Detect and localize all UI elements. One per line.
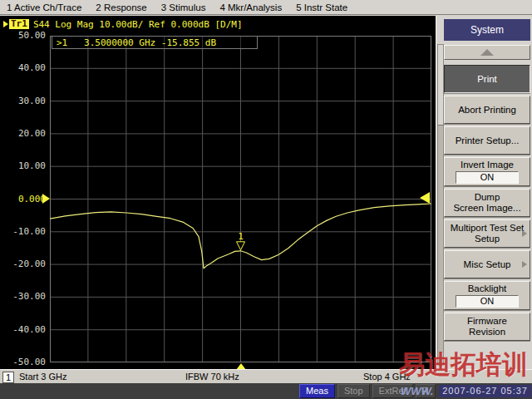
menu-item-5-instr-state[interactable]: 5 Instr State bbox=[296, 2, 347, 12]
softkey-print[interactable]: Print bbox=[444, 65, 530, 93]
softkey-label: Firmware bbox=[467, 316, 507, 327]
softkey-list: PrintAbort PrintingPrinter Setup...Inver… bbox=[444, 65, 530, 343]
network-analyzer-ui: 1 Active Ch/Trace2 Response3 Stimulus4 M… bbox=[0, 0, 532, 399]
softkey-misc-setup[interactable]: Misc Setup bbox=[444, 250, 530, 278]
marker-1-label: 1 bbox=[238, 231, 244, 242]
softkey-value: ON bbox=[456, 295, 519, 308]
softkey-label: Print bbox=[477, 74, 497, 85]
y-axis-label: 30.00 bbox=[0, 96, 46, 106]
menu-item-4-mkr-analysis[interactable]: 4 Mkr/Analysis bbox=[219, 2, 282, 12]
channel-number-badge: 1 bbox=[2, 372, 14, 383]
softkey-firmware[interactable]: FirmwareRevision bbox=[444, 313, 530, 341]
y-axis-label: -50.00 bbox=[0, 357, 46, 367]
plot-svg: 1 bbox=[50, 36, 431, 362]
softkey-menu-title: System bbox=[444, 19, 530, 41]
softkey-dump[interactable]: DumpScreen Image... bbox=[444, 189, 530, 217]
softkey-label: Backlight bbox=[468, 283, 507, 294]
menu-item-2-response[interactable]: 2 Response bbox=[96, 2, 146, 12]
submenu-arrow-icon bbox=[522, 230, 527, 237]
y-axis-label: 50.00 bbox=[0, 31, 46, 41]
menu-bar: 1 Active Ch/Trace2 Response3 Stimulus4 M… bbox=[0, 0, 532, 15]
softkey-label: Misc Setup bbox=[464, 259, 511, 270]
stimulus-status-bar: 1 Start 3 GHz IFBW 70 kHz Stop 4 GHz bbox=[0, 369, 532, 384]
active-trace-arrow-icon bbox=[3, 21, 8, 27]
softkey-value: ON bbox=[456, 171, 519, 184]
marker-1-symbol[interactable] bbox=[237, 242, 245, 250]
softkey-label: Multiport Test Set bbox=[451, 223, 525, 234]
softkey-label: Abort Printing bbox=[458, 105, 516, 116]
softkey-panel: System PrintAbort PrintingPrinter Setup.… bbox=[436, 16, 532, 369]
clock-label: 2007-06-27 05:37 bbox=[439, 385, 531, 397]
softkey-label: Setup bbox=[475, 234, 500, 244]
y-axis-label: -20.00 bbox=[0, 259, 46, 269]
reference-level-arrow-icon bbox=[42, 194, 50, 204]
status-item-r: R bbox=[416, 384, 436, 398]
softkey-label: Printer Setup... bbox=[456, 135, 520, 146]
trace1-settings-label: S44 Log Mag 10.00dB/ Ref 0.000dB [D/M] bbox=[33, 19, 243, 30]
softkey-backlight[interactable]: BacklightON bbox=[444, 281, 530, 310]
softkey-scrollbar[interactable] bbox=[437, 44, 444, 366]
plot-area: 1 >1 3.5000000 GHz -15.855 dB bbox=[50, 36, 431, 362]
softkey-invert-image[interactable]: Invert ImageON bbox=[444, 157, 530, 186]
y-axis-label: 40.00 bbox=[0, 63, 46, 73]
softkey-label: Invert Image bbox=[461, 160, 514, 170]
status-item-stop: Stop bbox=[337, 384, 370, 398]
softkey-label: Screen Image... bbox=[453, 203, 520, 214]
status-item-extref: ExtRef bbox=[372, 384, 413, 398]
softkey-label: Dump bbox=[475, 192, 500, 203]
up-arrow-icon bbox=[480, 49, 494, 56]
marker-readout: >1 3.5000000 GHz -15.855 dB bbox=[52, 36, 258, 49]
screen: Tr1 S44 Log Mag 10.00dB/ Ref 0.000dB [D/… bbox=[0, 16, 436, 369]
ifbw-label: IFBW 70 kHz bbox=[185, 372, 239, 382]
y-axis-label: 10.00 bbox=[0, 161, 46, 171]
trace1-badge[interactable]: Tr1 bbox=[9, 19, 29, 29]
y-axis-label: 0.000 bbox=[0, 195, 46, 204]
y-axis-label: -10.00 bbox=[0, 227, 46, 237]
softkey-multiport-test-set[interactable]: Multiport Test SetSetup bbox=[444, 219, 530, 248]
y-axis-label: -40.00 bbox=[0, 325, 46, 335]
status-item-meas: Meas bbox=[299, 384, 335, 398]
softkey-scroll-up-button[interactable] bbox=[444, 45, 530, 60]
softkey-abort-printing[interactable]: Abort Printing bbox=[444, 96, 530, 124]
instrument-status-items: MeasStopExtRefR bbox=[299, 384, 436, 398]
submenu-arrow-icon bbox=[522, 261, 527, 268]
start-frequency-label: Start 3 GHz bbox=[19, 372, 66, 382]
stop-frequency-label: Stop 4 GHz bbox=[363, 372, 411, 382]
trace-end-arrow-icon bbox=[420, 192, 430, 204]
softkey-printer-setup[interactable]: Printer Setup... bbox=[444, 126, 530, 155]
softkey-label: Revision bbox=[469, 327, 505, 337]
y-axis-label: -30.00 bbox=[0, 292, 46, 302]
y-axis-label: 20.00 bbox=[0, 129, 46, 139]
softkey-scrollbar-thumb[interactable] bbox=[438, 45, 443, 126]
menu-item-3-stimulus[interactable]: 3 Stimulus bbox=[161, 2, 206, 12]
menu-item-1-active-ch-trace[interactable]: 1 Active Ch/Trace bbox=[7, 2, 81, 12]
instrument-status-bar: MeasStopExtRefR 2007-06-27 05:37 bbox=[0, 383, 532, 399]
trace-status-line: Tr1 S44 Log Mag 10.00dB/ Ref 0.000dB [D/… bbox=[3, 18, 243, 30]
